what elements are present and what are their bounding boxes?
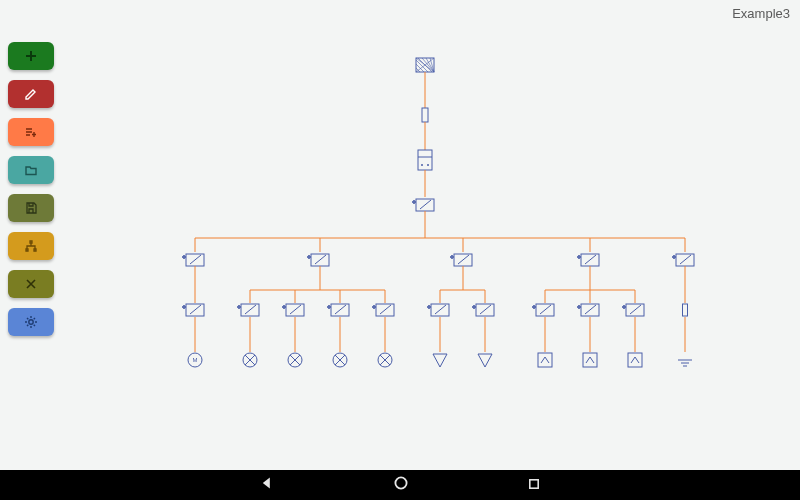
- breaker-node[interactable]: [182, 304, 204, 316]
- svg-line-43: [458, 255, 469, 264]
- svg-line-120: [480, 305, 491, 314]
- svg-line-57: [680, 255, 691, 264]
- breaker-node[interactable]: [282, 304, 304, 316]
- canvas[interactable]: Example3 M: [0, 0, 800, 500]
- svg-line-50: [585, 255, 596, 264]
- svg-rect-13: [422, 108, 428, 122]
- svg-point-17: [427, 164, 429, 166]
- svg-line-21: [420, 200, 431, 209]
- svg-line-36: [315, 255, 326, 264]
- arrow-load[interactable]: [433, 354, 447, 367]
- fuse-node[interactable]: [683, 304, 688, 316]
- breaker-node[interactable]: [532, 304, 554, 316]
- socket-load[interactable]: [628, 353, 642, 367]
- home-icon[interactable]: [394, 476, 408, 494]
- electrical-diagram[interactable]: M: [0, 0, 800, 460]
- svg-rect-15: [418, 150, 432, 170]
- svg-line-84: [290, 305, 301, 314]
- svg-line-102: [380, 305, 391, 314]
- breaker-node[interactable]: [427, 304, 449, 316]
- svg-line-143: [630, 305, 641, 314]
- svg-text:M: M: [193, 357, 198, 363]
- breaker-node[interactable]: [237, 304, 259, 316]
- svg-line-93: [335, 305, 346, 314]
- svg-line-29: [190, 255, 201, 264]
- svg-point-153: [395, 477, 406, 488]
- svg-rect-154: [530, 480, 538, 488]
- android-navbar: [0, 470, 800, 500]
- breaker-node[interactable]: [577, 254, 599, 266]
- arrow-load[interactable]: [478, 354, 492, 367]
- back-icon[interactable]: [260, 476, 274, 494]
- svg-line-75: [245, 305, 256, 314]
- breaker-node[interactable]: [672, 254, 694, 266]
- socket-load[interactable]: [583, 353, 597, 367]
- svg-line-113: [435, 305, 446, 314]
- socket-load[interactable]: [538, 353, 552, 367]
- breaker-node[interactable]: [412, 199, 434, 211]
- recent-icon[interactable]: [528, 476, 540, 494]
- svg-point-16: [421, 164, 423, 166]
- breaker-node[interactable]: [182, 254, 204, 266]
- svg-line-136: [585, 305, 596, 314]
- breaker-node[interactable]: [622, 304, 644, 316]
- svg-line-129: [540, 305, 551, 314]
- breaker-node[interactable]: [307, 254, 329, 266]
- breaker-node[interactable]: [327, 304, 349, 316]
- breaker-node[interactable]: [472, 304, 494, 316]
- svg-line-65: [190, 305, 201, 314]
- breaker-node[interactable]: [372, 304, 394, 316]
- breaker-node[interactable]: [577, 304, 599, 316]
- breaker-node[interactable]: [450, 254, 472, 266]
